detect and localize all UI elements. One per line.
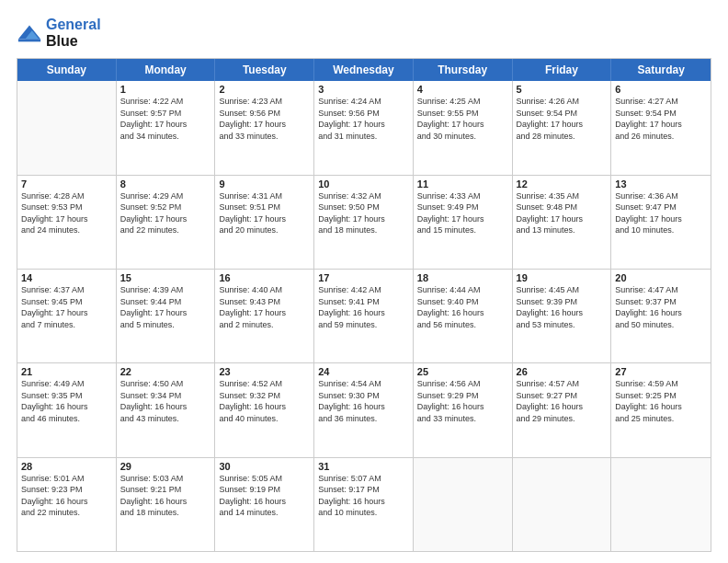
day-cell-1: 1Sunrise: 4:22 AM Sunset: 9:57 PM Daylig…: [117, 81, 216, 174]
day-number: 6: [615, 84, 707, 95]
day-cell-14: 14Sunrise: 4:37 AM Sunset: 9:45 PM Dayli…: [17, 270, 117, 362]
day-cell-27: 27Sunrise: 4:59 AM Sunset: 9:25 PM Dayli…: [611, 363, 711, 456]
calendar-row-5: 28Sunrise: 5:01 AM Sunset: 9:23 PM Dayli…: [17, 457, 711, 551]
day-number: 22: [120, 366, 211, 377]
day-info: Sunrise: 4:29 AM Sunset: 9:52 PM Dayligh…: [120, 190, 211, 236]
day-cell-8: 8Sunrise: 4:29 AM Sunset: 9:52 PM Daylig…: [117, 176, 216, 269]
day-cell-11: 11Sunrise: 4:33 AM Sunset: 9:49 PM Dayli…: [414, 176, 513, 269]
day-number: 9: [219, 178, 310, 190]
day-info: Sunrise: 4:27 AM Sunset: 9:54 PM Dayligh…: [615, 96, 707, 142]
calendar-header: SundayMondayTuesdayWednesdayThursdayFrid…: [17, 59, 711, 81]
day-cell-25: 25Sunrise: 4:56 AM Sunset: 9:29 PM Dayli…: [414, 363, 513, 456]
day-number: 1: [120, 84, 211, 95]
day-number: 26: [517, 366, 608, 377]
day-cell-4: 4Sunrise: 4:25 AM Sunset: 9:55 PM Daylig…: [414, 81, 513, 174]
calendar-body: 1Sunrise: 4:22 AM Sunset: 9:57 PM Daylig…: [17, 81, 711, 551]
day-info: Sunrise: 4:31 AM Sunset: 9:51 PM Dayligh…: [219, 190, 310, 236]
day-number: 14: [21, 272, 112, 283]
day-number: 24: [318, 366, 409, 377]
day-info: Sunrise: 4:36 AM Sunset: 9:47 PM Dayligh…: [615, 190, 707, 236]
day-cell-24: 24Sunrise: 4:54 AM Sunset: 9:30 PM Dayli…: [314, 363, 414, 456]
day-number: 16: [219, 272, 310, 283]
day-cell-19: 19Sunrise: 4:45 AM Sunset: 9:39 PM Dayli…: [513, 270, 612, 362]
day-info: Sunrise: 4:52 AM Sunset: 9:32 PM Dayligh…: [219, 378, 310, 424]
day-cell-15: 15Sunrise: 4:39 AM Sunset: 9:44 PM Dayli…: [117, 270, 216, 362]
day-cell-31: 31Sunrise: 5:07 AM Sunset: 9:17 PM Dayli…: [314, 458, 414, 551]
day-cell-12: 12Sunrise: 4:35 AM Sunset: 9:48 PM Dayli…: [513, 176, 612, 269]
day-cell-6: 6Sunrise: 4:27 AM Sunset: 9:54 PM Daylig…: [611, 81, 711, 174]
day-cell-30: 30Sunrise: 5:05 AM Sunset: 9:19 PM Dayli…: [215, 458, 314, 551]
empty-cell-0-0: [17, 81, 117, 174]
day-info: Sunrise: 4:57 AM Sunset: 9:27 PM Dayligh…: [517, 378, 608, 424]
calendar-row-1: 1Sunrise: 4:22 AM Sunset: 9:57 PM Daylig…: [17, 81, 711, 174]
day-info: Sunrise: 4:42 AM Sunset: 9:41 PM Dayligh…: [318, 284, 409, 330]
empty-cell-4-6: [611, 458, 711, 551]
day-number: 30: [219, 461, 310, 472]
day-cell-3: 3Sunrise: 4:24 AM Sunset: 9:56 PM Daylig…: [314, 81, 414, 174]
day-cell-28: 28Sunrise: 5:01 AM Sunset: 9:23 PM Dayli…: [17, 458, 117, 551]
day-cell-23: 23Sunrise: 4:52 AM Sunset: 9:32 PM Dayli…: [215, 363, 314, 456]
day-number: 15: [120, 272, 211, 283]
day-number: 2: [219, 84, 310, 95]
day-info: Sunrise: 4:22 AM Sunset: 9:57 PM Dayligh…: [120, 96, 211, 142]
day-cell-18: 18Sunrise: 4:44 AM Sunset: 9:40 PM Dayli…: [414, 270, 513, 362]
day-info: Sunrise: 4:47 AM Sunset: 9:37 PM Dayligh…: [615, 284, 707, 330]
day-cell-20: 20Sunrise: 4:47 AM Sunset: 9:37 PM Dayli…: [611, 270, 711, 362]
day-number: 7: [21, 178, 112, 190]
day-info: Sunrise: 5:07 AM Sunset: 9:17 PM Dayligh…: [318, 473, 409, 519]
day-info: Sunrise: 4:59 AM Sunset: 9:25 PM Dayligh…: [615, 378, 707, 424]
weekday-header-saturday: Saturday: [611, 59, 711, 81]
day-number: 3: [318, 84, 409, 95]
header: General Blue: [17, 17, 711, 49]
day-info: Sunrise: 5:01 AM Sunset: 9:23 PM Dayligh…: [21, 473, 112, 519]
calendar-row-3: 14Sunrise: 4:37 AM Sunset: 9:45 PM Dayli…: [17, 269, 711, 362]
day-cell-29: 29Sunrise: 5:03 AM Sunset: 9:21 PM Dayli…: [117, 458, 216, 551]
day-number: 17: [318, 272, 409, 283]
day-info: Sunrise: 4:44 AM Sunset: 9:40 PM Dayligh…: [417, 284, 508, 330]
day-cell-21: 21Sunrise: 4:49 AM Sunset: 9:35 PM Dayli…: [17, 363, 117, 456]
day-number: 31: [318, 461, 409, 472]
day-number: 21: [21, 366, 112, 377]
day-cell-22: 22Sunrise: 4:50 AM Sunset: 9:34 PM Dayli…: [117, 363, 216, 456]
day-number: 19: [517, 272, 608, 283]
day-cell-13: 13Sunrise: 4:36 AM Sunset: 9:47 PM Dayli…: [611, 176, 711, 269]
day-info: Sunrise: 4:28 AM Sunset: 9:53 PM Dayligh…: [21, 190, 112, 236]
weekday-header-tuesday: Tuesday: [215, 59, 314, 81]
day-info: Sunrise: 5:03 AM Sunset: 9:21 PM Dayligh…: [120, 473, 211, 519]
day-number: 23: [219, 366, 310, 377]
day-info: Sunrise: 4:56 AM Sunset: 9:29 PM Dayligh…: [417, 378, 508, 424]
page: General Blue SundayMondayTuesdayWednesda…: [0, 0, 728, 563]
weekday-header-thursday: Thursday: [414, 59, 513, 81]
logo-icon: [17, 20, 42, 46]
day-number: 29: [120, 461, 211, 472]
day-info: Sunrise: 4:45 AM Sunset: 9:39 PM Dayligh…: [517, 284, 608, 330]
calendar-row-2: 7Sunrise: 4:28 AM Sunset: 9:53 PM Daylig…: [17, 175, 711, 269]
day-info: Sunrise: 4:37 AM Sunset: 9:45 PM Dayligh…: [21, 284, 112, 330]
day-number: 8: [120, 178, 211, 190]
day-number: 10: [318, 178, 409, 190]
day-number: 12: [517, 178, 608, 190]
day-cell-26: 26Sunrise: 4:57 AM Sunset: 9:27 PM Dayli…: [513, 363, 612, 456]
day-info: Sunrise: 4:26 AM Sunset: 9:54 PM Dayligh…: [517, 96, 608, 142]
day-info: Sunrise: 4:24 AM Sunset: 9:56 PM Dayligh…: [318, 96, 409, 142]
day-number: 13: [615, 178, 707, 190]
day-cell-7: 7Sunrise: 4:28 AM Sunset: 9:53 PM Daylig…: [17, 176, 117, 269]
day-info: Sunrise: 4:49 AM Sunset: 9:35 PM Dayligh…: [21, 378, 112, 424]
day-info: Sunrise: 4:25 AM Sunset: 9:55 PM Dayligh…: [417, 96, 508, 142]
day-number: 18: [417, 272, 508, 283]
weekday-header-wednesday: Wednesday: [314, 59, 414, 81]
logo-text: General Blue: [46, 17, 101, 49]
day-number: 11: [417, 178, 508, 190]
day-cell-17: 17Sunrise: 4:42 AM Sunset: 9:41 PM Dayli…: [314, 270, 414, 362]
day-number: 27: [615, 366, 707, 377]
day-info: Sunrise: 4:54 AM Sunset: 9:30 PM Dayligh…: [318, 378, 409, 424]
calendar: SundayMondayTuesdayWednesdayThursdayFrid…: [17, 58, 711, 552]
day-info: Sunrise: 4:35 AM Sunset: 9:48 PM Dayligh…: [517, 190, 608, 236]
weekday-header-sunday: Sunday: [17, 59, 117, 81]
day-info: Sunrise: 4:23 AM Sunset: 9:56 PM Dayligh…: [219, 96, 310, 142]
empty-cell-4-4: [414, 458, 513, 551]
day-number: 25: [417, 366, 508, 377]
day-number: 28: [21, 461, 112, 472]
empty-cell-4-5: [513, 458, 612, 551]
weekday-header-friday: Friday: [513, 59, 612, 81]
